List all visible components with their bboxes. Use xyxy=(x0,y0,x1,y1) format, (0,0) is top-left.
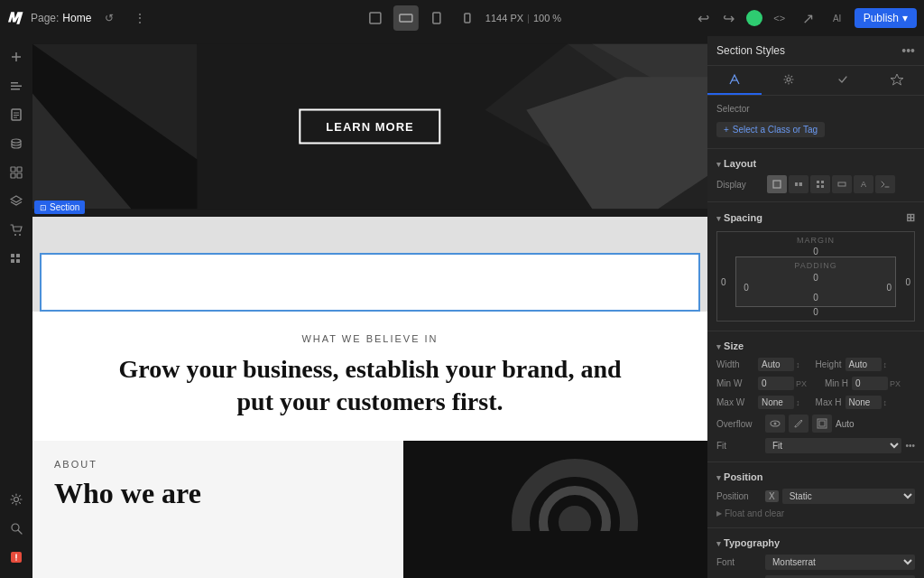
max-w-input[interactable]: None xyxy=(758,396,794,409)
sidebar-ecommerce-icon[interactable] xyxy=(3,217,30,244)
spacing-header[interactable]: ▾ Spacing ⊞ xyxy=(707,208,924,228)
about-label: ABOUT xyxy=(54,459,382,470)
canvas-view-2-icon[interactable] xyxy=(393,5,419,31)
canvas-area: LEARN MORE ⊡ Section WHAT WE BELIEVE IN … xyxy=(32,36,707,578)
margin-bottom-row: 0 xyxy=(721,307,910,317)
layout-header[interactable]: ▾ Layout xyxy=(707,154,924,172)
font-select[interactable]: Montserrat xyxy=(765,555,915,570)
min-w-input[interactable]: 0 xyxy=(758,377,794,390)
sidebar-add-icon[interactable] xyxy=(3,43,30,70)
canvas-view-3-icon[interactable] xyxy=(424,5,449,31)
svg-point-43 xyxy=(787,78,790,81)
code-icon[interactable]: <> xyxy=(768,6,791,30)
overflow-row: Overflow Auto xyxy=(707,412,924,435)
bottom-right-image xyxy=(403,441,707,578)
typography-header[interactable]: ▾ Typography xyxy=(707,534,924,552)
sidebar-settings-icon[interactable] xyxy=(3,486,30,513)
sidebar-error-icon[interactable] xyxy=(3,544,30,571)
svg-marker-44 xyxy=(891,74,903,85)
position-header[interactable]: ▾ Position xyxy=(707,468,924,486)
section-badge[interactable]: ⊡ Section xyxy=(34,200,85,214)
custom-display-btn[interactable] xyxy=(875,175,895,193)
overflow-eye-btn[interactable] xyxy=(765,415,785,433)
tab-custom[interactable] xyxy=(870,66,924,95)
svg-rect-2 xyxy=(433,13,440,23)
size-header[interactable]: ▾ Size xyxy=(707,337,924,355)
tab-settings[interactable] xyxy=(762,66,816,95)
grid-display-btn[interactable] xyxy=(810,175,830,193)
svg-point-19 xyxy=(19,234,21,236)
min-h-input[interactable]: 0 xyxy=(852,377,888,390)
hero-section[interactable]: LEARN MORE xyxy=(32,36,707,217)
publish-button[interactable]: Publish ▾ xyxy=(855,8,917,28)
svg-rect-38 xyxy=(403,441,707,531)
float-clear-row: Float and clear xyxy=(707,507,924,522)
learn-more-button[interactable]: LEARN MORE xyxy=(299,109,440,144)
typography-section: ▾ Typography Font Montserrat Weight 400 … xyxy=(707,528,924,578)
sidebar-navigator-icon[interactable] xyxy=(3,72,30,99)
panel-tabs xyxy=(707,66,924,96)
canvas-view-1-icon[interactable] xyxy=(363,5,388,31)
page-label: Page: Home xyxy=(31,12,91,24)
page-name[interactable]: Home xyxy=(62,12,91,24)
max-h-input[interactable]: None xyxy=(845,396,882,409)
text-display-btn[interactable]: A xyxy=(854,175,873,193)
spacing-expand-icon[interactable]: ⊞ xyxy=(906,211,915,224)
top-bar-right: ↩ ↪ <> ↗ AI Publish ▾ xyxy=(692,6,917,30)
svg-rect-23 xyxy=(16,259,20,263)
refresh-icon[interactable]: ↺ xyxy=(97,5,122,31)
svg-rect-47 xyxy=(799,182,803,186)
add-class-button[interactable]: + Select a Class or Tag xyxy=(716,122,825,137)
float-and-clear-link[interactable]: Float and clear xyxy=(716,508,915,518)
overflow-box-btn[interactable] xyxy=(812,415,832,433)
fit-options-icon[interactable]: ••• xyxy=(905,441,915,451)
bottom-left: ABOUT Who we are xyxy=(32,441,403,578)
webflow-logo[interactable] xyxy=(7,9,25,27)
top-bar: Page: Home ↺ ⋮ 1144 PX | 100 % ↩ ↪ <> xyxy=(0,0,924,36)
svg-rect-17 xyxy=(17,173,22,178)
weight-row: Weight 400 - Normal xyxy=(707,573,924,578)
right-panel-header: Section Styles ••• xyxy=(707,36,924,66)
inline-display-btn[interactable] xyxy=(832,175,852,193)
right-panel: Section Styles ••• Selector xyxy=(707,36,924,578)
sidebar-assets-icon[interactable] xyxy=(3,159,30,186)
selected-section[interactable] xyxy=(40,253,700,312)
height-input[interactable]: Auto xyxy=(845,358,882,371)
overflow-edit-btn[interactable] xyxy=(789,415,808,433)
panel-options-icon[interactable]: ••• xyxy=(901,43,915,58)
svg-rect-45 xyxy=(773,181,781,188)
svg-rect-15 xyxy=(17,167,22,172)
sidebar-apps-icon[interactable] xyxy=(3,246,30,273)
padding-bottom-row: 0 xyxy=(740,293,892,303)
overflow-value[interactable]: Auto xyxy=(836,419,855,429)
flex-display-btn[interactable] xyxy=(789,175,808,193)
svg-rect-51 xyxy=(821,185,824,188)
size-chevron: ▾ xyxy=(716,342,721,351)
sidebar-cms-icon[interactable] xyxy=(3,130,30,157)
share-icon[interactable]: ↗ xyxy=(797,6,820,30)
padding-box: PADDING 0 0 0 xyxy=(735,256,896,307)
width-input[interactable]: Auto xyxy=(758,358,794,371)
ai-icon[interactable]: AI xyxy=(826,6,849,30)
tab-style[interactable] xyxy=(707,66,762,95)
svg-point-29 xyxy=(15,559,17,561)
fit-row: Fit Fit ••• xyxy=(707,435,924,456)
sidebar-layers-icon[interactable] xyxy=(3,188,30,215)
dots-menu-icon[interactable]: ⋮ xyxy=(127,5,152,31)
svg-line-26 xyxy=(18,530,22,534)
svg-rect-20 xyxy=(11,254,14,257)
redo-icon[interactable]: ↪ xyxy=(717,6,741,30)
display-row: Display A xyxy=(707,172,924,196)
block-display-btn[interactable] xyxy=(767,175,787,193)
sidebar-pages-icon[interactable] xyxy=(3,101,30,128)
canvas-view-4-icon[interactable] xyxy=(455,5,480,31)
undo-icon[interactable]: ↩ xyxy=(692,6,716,30)
svg-rect-56 xyxy=(819,421,825,426)
position-select[interactable]: Static xyxy=(782,489,915,504)
sidebar-search-icon[interactable] xyxy=(3,515,30,542)
svg-rect-1 xyxy=(400,14,412,22)
tab-interactions[interactable] xyxy=(816,66,870,95)
who-we-are-heading: Who we are xyxy=(54,477,382,510)
fit-select[interactable]: Fit xyxy=(765,438,901,453)
section-content: WHAT WE BELIEVE IN Grow your business, e… xyxy=(32,312,707,441)
